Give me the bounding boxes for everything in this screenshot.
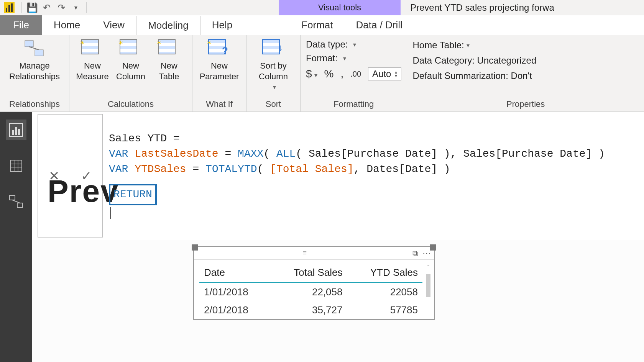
decimal-places-spinner[interactable]: Auto ▴▾ [368,67,401,80]
group-calculations: ✶ New Measure ✶ New Column ✶ New Table C… [69,35,192,111]
return-keyword-highlight: RETURN [109,184,157,205]
qat-separator [21,2,22,13]
cell-total-sales: 35,727 [270,301,347,319]
table-row[interactable]: 2/01/2018 35,727 57785 [199,301,422,319]
group-label: Calculations [73,98,188,110]
column-icon: ✶ [120,39,142,58]
scroll-up-icon[interactable]: ˄ [425,264,432,272]
visual-body: Date Total Sales YTD Sales 1/01/2018 22,… [194,260,434,319]
tab-home[interactable]: Home [42,15,92,35]
table-visual[interactable]: ≡ ⧉ ⋯ Date Total Sales YTD Sales [193,246,435,320]
label: Default Summarization: Don't [412,70,532,81]
column-header-total-sales[interactable]: Total Sales [270,263,347,283]
group-label: Relationships [4,98,65,110]
table-row[interactable]: 1/01/2018 22,058 22058 [199,283,422,301]
svg-rect-13 [17,203,23,208]
resize-handle[interactable] [430,244,436,251]
new-table-button[interactable]: ✶ New Table [150,38,188,82]
resize-handle[interactable] [192,244,198,251]
tab-help[interactable]: Help [200,15,244,35]
thousands-icon[interactable]: , [340,68,343,80]
button-label: New Table [159,61,179,82]
spinner-arrows[interactable]: ▴▾ [395,70,397,78]
svg-line-2 [29,47,39,50]
group-whatif: ✶? New Parameter What If [192,35,246,111]
new-measure-button[interactable]: ✶ New Measure [73,38,112,82]
redo-icon[interactable]: ↷ [54,1,69,15]
tab-view[interactable]: View [92,15,136,35]
svg-rect-12 [10,195,15,200]
chevron-down-icon: ▾ [353,41,356,48]
cell-ytd-sales: 57785 [347,301,422,319]
model-view-icon[interactable] [6,192,26,212]
group-sort: ↓ Sort by Column ▾ Sort [246,35,301,111]
group-formatting: Data type: ▾ Format: ▾ $▾ % , .00 Auto ▴… [301,35,407,111]
svg-rect-6 [18,129,20,135]
group-label: Formatting [306,98,401,110]
default-summarization-dropdown[interactable]: Default Summarization: Don't [412,70,639,81]
canvas[interactable]: ✕ ✓ Sales YTD = VAR LastSalesDate = MAXX… [32,112,644,362]
home-table-dropdown[interactable]: Home Table: ▾ [412,40,639,51]
svg-rect-1 [35,50,43,56]
title-bar: 💾 ↶ ↷ ▼ Visual tools Prevent YTD sales p… [0,0,644,15]
qat-dropdown-icon[interactable]: ▼ [69,1,83,15]
svg-rect-0 [25,41,33,47]
tab-file[interactable]: File [0,15,42,35]
group-label: Properties [412,98,639,110]
button-label: Manage Relationships [9,61,60,82]
focus-mode-icon[interactable]: ⧉ [412,249,418,257]
svg-rect-5 [15,127,17,135]
manage-relationships-button[interactable]: Manage Relationships [4,38,65,82]
report-view-icon[interactable] [6,120,26,140]
chevron-down-icon: ▾ [273,82,276,93]
formula-editor[interactable]: Sales YTD = VAR LastSalesDate = MAXX( AL… [103,112,644,240]
text-cursor [110,207,111,219]
more-options-icon[interactable]: ⋯ [422,248,431,258]
sort-by-column-button[interactable]: ↓ Sort by Column ▾ [250,38,296,93]
relationships-icon [23,39,46,58]
svg-rect-4 [12,130,14,135]
cell-total-sales: 22,058 [270,283,347,301]
sort-icon: ↓ [262,39,284,58]
save-icon[interactable]: 💾 [25,1,39,15]
percent-icon[interactable]: % [324,68,334,80]
document-title: Prevent YTD sales projecting forwa [410,0,554,15]
label: Format: [306,53,338,64]
scrollbar[interactable]: ˄ [425,264,432,319]
new-column-button[interactable]: ✶ New Column [112,38,150,82]
data-type-dropdown[interactable]: Data type: ▾ [306,39,401,50]
scroll-thumb[interactable] [426,274,430,297]
cell-date: 1/01/2018 [199,283,270,301]
format-dropdown[interactable]: Format: ▾ [306,53,401,64]
data-view-icon[interactable] [6,156,26,176]
column-header-date[interactable]: Date [199,263,270,283]
ribbon-tabs: File Home View Modeling Help Format Data… [0,15,644,35]
formula-bar: ✕ ✓ Sales YTD = VAR LastSalesDate = MAXX… [32,112,644,240]
tab-data-drill[interactable]: Data / Drill [345,15,414,35]
label: Home Table: [412,40,464,51]
view-nav-rail [0,112,32,362]
data-category-dropdown[interactable]: Data Category: Uncategorized [412,55,639,66]
qat-separator [86,2,87,13]
visual-header: ≡ ⧉ ⋯ [194,247,434,260]
spinner-value: Auto [372,69,391,79]
ribbon: Manage Relationships Relationships ✶ New… [0,35,644,112]
group-label: What If [196,98,242,110]
new-parameter-button[interactable]: ✶? New Parameter [196,38,242,82]
group-label: Sort [250,98,296,110]
column-header-ytd-sales[interactable]: YTD Sales [347,263,422,283]
svg-line-14 [12,200,20,203]
table-icon: ✶ [158,39,180,58]
main-area: ✕ ✓ Sales YTD = VAR LastSalesDate = MAXX… [0,112,644,362]
undo-icon[interactable]: ↶ [39,1,54,15]
button-label: New Column [116,61,145,82]
app-icon [4,2,15,13]
tab-format[interactable]: Format [290,15,344,35]
decimal-icon[interactable]: .00 [350,70,361,79]
currency-icon[interactable]: $▾ [306,68,317,80]
tab-modeling[interactable]: Modeling [136,16,200,35]
drag-grip-icon[interactable]: ≡ [303,249,307,257]
contextual-tab-visual-tools[interactable]: Visual tools [279,0,401,15]
table-header-row: Date Total Sales YTD Sales [199,263,422,283]
button-label: New Measure [76,61,109,82]
